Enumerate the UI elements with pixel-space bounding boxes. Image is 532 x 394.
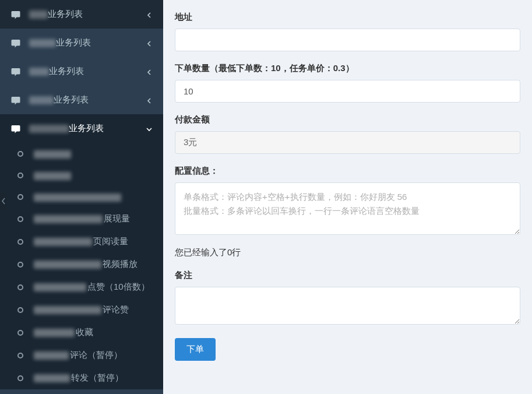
chat-icon xyxy=(10,9,21,20)
sidebar-subitem-label: 转发（暂停） xyxy=(34,372,124,384)
sidebar-subitem-1[interactable] xyxy=(0,164,163,186)
sidebar-item-4[interactable]: 业务列表 xyxy=(0,114,163,143)
sidebar-subitem-label: 页阅读量 xyxy=(34,236,128,247)
bullet-icon xyxy=(17,173,23,178)
chat-icon xyxy=(10,66,21,77)
bullet-icon xyxy=(17,284,23,290)
sidebar-subitem-label: 视频播放 xyxy=(34,259,138,270)
bullet-icon xyxy=(17,353,23,358)
sidebar-subitem-3[interactable]: 展现量 xyxy=(0,207,163,230)
bullet-icon xyxy=(17,330,23,336)
sidebar-collapse-handle[interactable] xyxy=(0,192,7,210)
amount-display xyxy=(175,131,520,154)
sidebar-item-label: 业务列表 xyxy=(29,37,146,48)
sidebar-item-label: 业务列表 xyxy=(29,123,146,134)
sidebar-subitem-label: 评论赞 xyxy=(34,304,129,315)
bullet-icon xyxy=(17,375,23,381)
amount-label: 付款金额 xyxy=(175,114,520,125)
sidebar-subitem-8[interactable]: 收藏 xyxy=(0,321,163,344)
bullet-icon xyxy=(17,307,23,313)
sidebar-subitem-0[interactable] xyxy=(0,143,163,164)
config-label: 配置信息： xyxy=(175,166,520,177)
chevron-left-icon xyxy=(146,97,153,104)
sidebar-subitem-9[interactable]: 评论（暂停） xyxy=(0,344,163,367)
sidebar-item-label: 业务列表 xyxy=(29,94,146,105)
address-input[interactable] xyxy=(175,29,520,51)
bullet-icon xyxy=(17,151,23,157)
sidebar-subitem-label: 评论（暂停） xyxy=(34,350,122,361)
sidebar-item-0[interactable]: 业务列表 xyxy=(0,0,163,29)
sidebar-subitem-label xyxy=(34,149,72,159)
quantity-label: 下单数量（最低下单数：10，任务单价：0.3） xyxy=(175,63,520,74)
submit-button[interactable]: 下单 xyxy=(175,338,216,361)
quantity-input[interactable] xyxy=(175,80,520,103)
sidebar-item-3[interactable]: 业务列表 xyxy=(0,86,163,114)
chat-icon xyxy=(10,38,21,48)
notes-textarea[interactable] xyxy=(175,287,520,325)
notes-label: 备注 xyxy=(175,270,520,281)
address-label: 地址 xyxy=(175,12,520,23)
sidebar-subitem-label: 点赞（10倍数） xyxy=(34,282,150,293)
sidebar-item-label: 业务列表 xyxy=(29,66,146,77)
sidebar-subitem-10[interactable]: 转发（暂停） xyxy=(0,367,163,389)
bullet-icon xyxy=(17,216,23,222)
sidebar-subitem-7[interactable]: 评论赞 xyxy=(0,298,163,321)
sidebar-subitem-label: 收藏 xyxy=(34,327,93,338)
chevron-left-icon xyxy=(146,11,153,18)
caret-left-icon xyxy=(1,198,6,205)
config-textarea[interactable] xyxy=(175,182,520,235)
sidebar-subitem-5[interactable]: 视频播放 xyxy=(0,253,163,276)
sidebar-item-1[interactable]: 业务列表 xyxy=(0,29,163,57)
chat-icon xyxy=(10,95,21,105)
chat-icon xyxy=(10,124,21,134)
bullet-icon xyxy=(17,262,23,268)
sidebar-subitem-label xyxy=(34,192,122,202)
sidebar-item-label: 业务列表 xyxy=(29,9,146,20)
bullet-icon xyxy=(17,194,23,200)
chevron-left-icon xyxy=(146,40,153,47)
main-content: 地址 下单数量（最低下单数：10，任务单价：0.3） 付款金额 配置信息： 您已… xyxy=(163,0,532,394)
chevron-down-icon xyxy=(146,125,153,132)
line-count-text: 您已经输入了0行 xyxy=(175,247,520,258)
sidebar-item-2[interactable]: 业务列表 xyxy=(0,57,163,86)
chevron-left-icon xyxy=(146,68,153,75)
sidebar-subitem-4[interactable]: 页阅读量 xyxy=(0,230,163,253)
sidebar-subitem-label xyxy=(34,170,72,180)
bullet-icon xyxy=(17,239,23,245)
sidebar-subitem-2[interactable] xyxy=(0,186,163,207)
sidebar-subitem-6[interactable]: 点赞（10倍数） xyxy=(0,276,163,298)
sidebar-subitem-label: 展现量 xyxy=(34,213,130,224)
sidebar: 业务列表业务列表业务列表业务列表业务列表 展现量页阅读量视频播放点赞（10倍数）… xyxy=(0,0,163,394)
